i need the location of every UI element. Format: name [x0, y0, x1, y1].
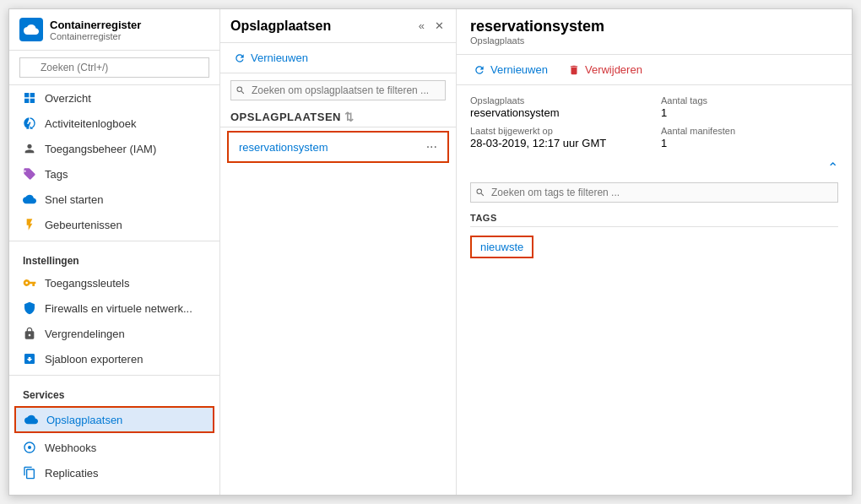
meta-storage-value: reservationsystem [470, 106, 647, 119]
middle-panel-search-wrapper [220, 73, 456, 107]
meta-tags-count-value: 1 [661, 106, 838, 119]
meta-last-updated: Laatst bijgewerkt op 28-03-2019, 12:17 u… [470, 126, 647, 149]
svg-point-0 [28, 446, 31, 449]
col-header-label: OPSLAGPLAATSEN [230, 111, 341, 123]
meta-manifests-label: Aantal manifesten [661, 126, 838, 136]
app-type: Containerregister [50, 31, 141, 41]
sidebar-search-wrapper [9, 51, 219, 85]
sidebar-item-label: Firewalls en virtuele netwerk... [45, 302, 192, 315]
middle-panel: Opslagplaatsen « ✕ Vernieuwen [220, 9, 457, 495]
list-item-menu-icon[interactable]: ··· [426, 139, 437, 154]
right-panel-header: reservationsystem Opslagplaats [457, 9, 852, 55]
meta-storage-label: Opslagplaats [470, 95, 647, 106]
sidebar-item-label: Gebeurtenissen [45, 219, 122, 231]
right-refresh-button[interactable]: Vernieuwen [470, 62, 551, 78]
tag-item-nieuwste[interactable]: nieuwste [470, 230, 838, 258]
lock-icon [23, 327, 36, 340]
sidebar-item-opslagplaatsen[interactable]: Opslagplaatsen [14, 406, 214, 433]
firewall-icon [23, 301, 36, 315]
right-panel-title: reservationsystem [470, 18, 838, 35]
middle-search-input[interactable] [230, 80, 446, 100]
tag-icon [23, 167, 36, 181]
sidebar-header: Containerregister Containerregister [9, 9, 219, 51]
webhooks-icon [23, 441, 36, 454]
close-button[interactable]: ✕ [433, 18, 446, 34]
opslagplaatsen-col-header: OPSLAGPLAATSEN ⇅ [220, 107, 456, 127]
middle-panel-header: Opslagplaatsen « ✕ [220, 9, 456, 43]
refresh-button[interactable]: Vernieuwen [230, 50, 311, 66]
sidebar-item-events[interactable]: Gebeurtenissen [9, 212, 219, 237]
list-item-reservationsystem[interactable]: reservationsystem ··· [227, 131, 449, 163]
list-item-name: reservationsystem [239, 141, 328, 154]
right-panel-toolbar: Vernieuwen Verwijderen [457, 55, 852, 85]
delete-label: Verwijderen [585, 63, 642, 76]
section-services: Services [9, 379, 219, 404]
right-search-wrapper [470, 182, 838, 203]
sidebar-item-replications[interactable]: Replicaties [9, 460, 219, 485]
grid-icon [23, 91, 36, 105]
right-search-input[interactable] [470, 182, 838, 203]
sidebar-item-access-keys[interactable]: Toegangssleutels [9, 270, 219, 295]
sidebar-item-label: Vergrendelingen [45, 328, 125, 340]
sidebar-item-label: Toegangssleutels [45, 277, 129, 290]
meta-storage: Opslagplaats reservationsystem [470, 95, 647, 119]
sidebar-item-label: Opslagplaatsen [46, 414, 122, 426]
sidebar-item-label: Sjabloon exporteren [45, 353, 143, 366]
expand-button[interactable]: ⌃ [470, 160, 838, 176]
right-panel-content: Opslagplaats reservationsystem Aantal ta… [457, 85, 852, 268]
sidebar-item-quickstart[interactable]: Snel starten [9, 187, 219, 212]
app-logo [19, 18, 43, 41]
sidebar-item-activity[interactable]: Activiteitenlogboek [9, 111, 219, 136]
collapse-button[interactable]: « [417, 18, 426, 34]
search-icon [475, 187, 485, 198]
middle-panel-title: Opslagplaatsen [230, 19, 331, 34]
key-icon [23, 276, 36, 290]
delete-icon [568, 64, 580, 76]
meta-manifests-value: 1 [661, 137, 838, 149]
sidebar-item-locks[interactable]: Vergrendelingen [9, 321, 219, 346]
sidebar-item-label: Tags [45, 168, 68, 181]
sidebar-item-label: Overzicht [45, 92, 91, 105]
sidebar-item-overview[interactable]: Overzicht [9, 85, 219, 111]
sidebar-item-label: Toegangsbeheer (IAM) [45, 143, 156, 155]
tags-col-header: TAGS [470, 209, 838, 227]
sidebar-search-input[interactable] [19, 57, 209, 78]
sidebar-item-label: Webhooks [45, 442, 96, 454]
delete-button[interactable]: Verwijderen [565, 62, 646, 78]
sidebar-item-export[interactable]: Sjabloon exporteren [9, 346, 219, 371]
meta-tags-count-label: Aantal tags [661, 95, 838, 106]
refresh-icon [474, 64, 485, 76]
sidebar-item-webhooks[interactable]: Webhooks [9, 435, 219, 460]
app-name: Containerregister [50, 19, 141, 31]
meta-last-updated-value: 28-03-2019, 12:17 uur GMT [470, 137, 647, 149]
panel-window-controls: « ✕ [417, 18, 446, 34]
middle-panel-toolbar: Vernieuwen [220, 43, 456, 73]
meta-tags-count: Aantal tags 1 [661, 95, 838, 119]
sidebar-title-block: Containerregister Containerregister [50, 19, 141, 41]
divider [9, 241, 219, 241]
sidebar-item-tags[interactable]: Tags [9, 161, 219, 187]
sidebar-item-label: Replicaties [45, 467, 99, 480]
sidebar-item-firewalls[interactable]: Firewalls en virtuele netwerk... [9, 295, 219, 321]
sidebar-item-label: Snel starten [45, 193, 103, 206]
sidebar: Containerregister Containerregister Over… [9, 9, 220, 495]
sort-icon: ⇅ [344, 111, 355, 123]
sidebar-item-label: Activiteitenlogboek [45, 117, 136, 130]
person-icon [23, 142, 36, 155]
export-icon [23, 352, 36, 366]
replications-icon [23, 466, 36, 480]
right-panel-subtitle: Opslagplaats [470, 35, 838, 46]
sidebar-item-access[interactable]: Toegangsbeheer (IAM) [9, 136, 219, 161]
activity-icon [23, 117, 36, 130]
right-panel: reservationsystem Opslagplaats Vernieuwe… [457, 9, 852, 495]
right-refresh-label: Vernieuwen [490, 63, 548, 76]
divider-services [9, 375, 219, 376]
meta-manifests-count: Aantal manifesten 1 [661, 126, 838, 149]
tag-name: nieuwste [470, 236, 533, 258]
sidebar-nav: Overzicht Activiteitenlogboek Toegangsbe… [9, 85, 219, 495]
storage-icon [24, 413, 38, 426]
meta-grid: Opslagplaats reservationsystem Aantal ta… [470, 95, 838, 149]
cloud-registry-icon [24, 22, 39, 37]
cloud-icon [23, 192, 36, 206]
meta-last-updated-label: Laatst bijgewerkt op [470, 126, 647, 136]
